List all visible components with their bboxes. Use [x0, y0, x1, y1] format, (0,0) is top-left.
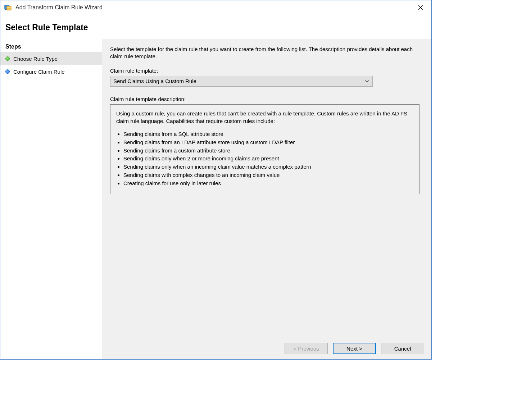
step-label: Choose Rule Type — [13, 56, 58, 62]
intro-text: Select the template for the claim rule t… — [110, 46, 423, 60]
step-pending-icon — [5, 69, 10, 74]
cancel-button[interactable]: Cancel — [381, 343, 424, 354]
step-choose-rule-type[interactable]: Choose Rule Type — [0, 52, 102, 65]
list-item: Sending claims only when 2 or more incom… — [123, 155, 413, 163]
content-panel: Select the template for the claim rule t… — [102, 39, 431, 359]
step-configure-claim-rule[interactable]: Configure Claim Rule — [0, 65, 102, 78]
description-bullet-list: Sending claims from a SQL attribute stor… — [116, 130, 413, 187]
list-item: Sending claims from a custom attribute s… — [123, 147, 413, 155]
close-button[interactable] — [413, 2, 428, 13]
close-icon — [418, 5, 423, 10]
dropdown-selected-text: Send Claims Using a Custom Rule — [113, 78, 364, 84]
steps-sidebar: Steps Choose Rule Type Configure Claim R… — [0, 39, 102, 359]
main-area: Steps Choose Rule Type Configure Claim R… — [0, 39, 431, 359]
step-label: Configure Claim Rule — [13, 69, 65, 75]
steps-heading: Steps — [0, 39, 102, 52]
list-item: Sending claims with complex changes to a… — [123, 171, 413, 179]
chevron-down-icon — [364, 79, 369, 84]
description-intro: Using a custom rule, you can create rule… — [116, 110, 413, 125]
svg-rect-1 — [6, 6, 11, 10]
svg-rect-2 — [7, 7, 10, 8]
list-item: Sending claims from an LDAP attribute st… — [123, 138, 413, 146]
template-description-box: Using a custom rule, you can create rule… — [110, 104, 420, 195]
app-icon — [4, 4, 12, 12]
claim-rule-template-dropdown[interactable]: Send Claims Using a Custom Rule — [110, 76, 373, 87]
titlebar: Add Transform Claim Rule Wizard — [0, 0, 431, 15]
page-title: Select Rule Template — [0, 15, 431, 39]
step-complete-icon — [5, 56, 10, 61]
description-label: Claim rule template description: — [110, 96, 423, 102]
wizard-window: Add Transform Claim Rule Wizard Select R… — [0, 0, 432, 360]
next-button[interactable]: Next > — [333, 343, 376, 354]
button-bar: < Previous Next > Cancel — [285, 343, 424, 354]
list-item: Creating claims for use only in later ru… — [123, 179, 413, 187]
window-title: Add Transform Claim Rule Wizard — [15, 4, 413, 11]
list-item: Sending claims only when an incoming cla… — [123, 163, 413, 171]
template-label: Claim rule template: — [110, 68, 423, 74]
list-item: Sending claims from a SQL attribute stor… — [123, 130, 413, 138]
previous-button: < Previous — [285, 343, 328, 354]
